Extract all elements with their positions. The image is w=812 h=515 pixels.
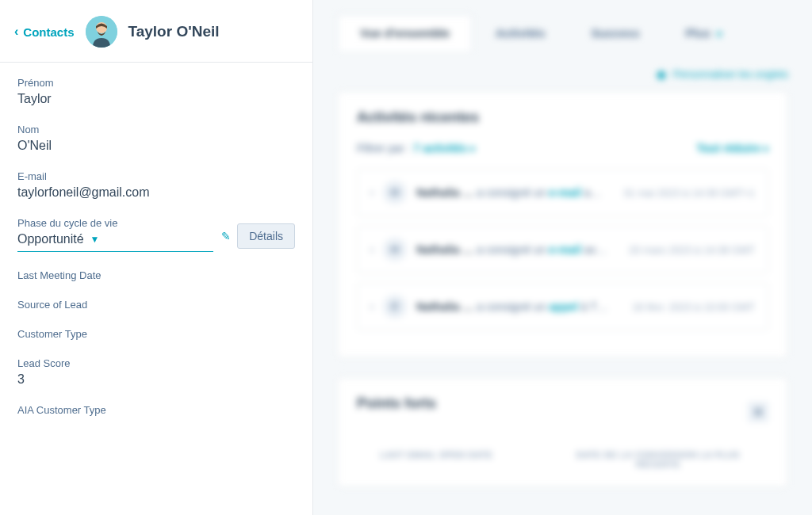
email-icon: ✉ — [383, 181, 407, 204]
field-label: Last Meeting Date — [17, 269, 295, 281]
contact-name: Taylor O'Neil — [128, 23, 220, 40]
back-to-contacts-link[interactable]: ‹ Contacts — [14, 25, 75, 39]
chevron-right-icon: › — [370, 301, 373, 312]
field-lead-score[interactable]: Lead Score 3 — [17, 357, 295, 387]
caret-down-icon: ▾ — [470, 143, 475, 154]
gear-icon[interactable]: ⚙ — [748, 402, 768, 422]
recent-activities-card: Activités récentes Filtrer par : 7 activ… — [337, 91, 788, 358]
field-label: Prénom — [17, 77, 295, 89]
tab-activities[interactable]: Activités — [473, 14, 569, 51]
activity-item[interactable]: › ✉ Nathalia … a consigné un e-mail a… 3… — [357, 169, 768, 216]
field-label: Customer Type — [17, 328, 295, 340]
caret-down-icon: ▾ — [764, 143, 768, 154]
field-value: 3 — [17, 372, 295, 387]
activity-item[interactable]: › ✆ Nathalia … a consigné un appel à T… … — [357, 283, 768, 330]
field-last-meeting-date[interactable]: Last Meeting Date — [17, 269, 295, 281]
chevron-right-icon: › — [370, 244, 373, 255]
caret-down-icon: ▼ — [90, 234, 100, 245]
gear-icon — [657, 71, 665, 79]
avatar[interactable] — [86, 16, 117, 48]
field-value: taylorfoneil@gmail.com — [17, 185, 295, 200]
filter-dropdown[interactable]: 7 activités ▾ — [414, 142, 476, 154]
filter-label: Filtrer par : — [357, 142, 411, 154]
field-value: Taylor — [17, 92, 295, 106]
field-source-of-lead[interactable]: Source of Lead — [17, 299, 295, 311]
field-label: Lead Score — [17, 357, 295, 369]
back-label: Contacts — [23, 25, 74, 39]
chevron-left-icon: ‹ — [14, 25, 18, 38]
field-value: Opportunité — [17, 232, 84, 246]
lifecycle-select[interactable]: Phase du cycle de vie Opportunité ▼ — [17, 217, 213, 252]
field-label: Source of Lead — [17, 299, 295, 311]
avatar-illustration-icon — [86, 16, 117, 48]
tab-more[interactable]: Plus ▾ — [662, 14, 745, 51]
caret-down-icon: ▾ — [717, 29, 722, 40]
details-button[interactable]: Détails — [237, 223, 295, 249]
activity-item[interactable]: › ✉ Nathalia … a consigné un e-mail av… … — [357, 226, 768, 273]
contact-sidebar: ‹ Contacts Taylor O'Neil Prénom Taylor N… — [0, 0, 313, 515]
customize-tabs-link[interactable]: Personnaliser les onglets — [673, 68, 788, 80]
field-first-name[interactable]: Prénom Taylor — [17, 77, 295, 106]
highlight-col-last-email-open: LAST EMAIL OPEN DATE — [380, 450, 492, 469]
field-value: O'Neil — [17, 139, 295, 153]
field-aia-customer-type[interactable]: AIA Customer Type — [17, 404, 295, 416]
card-title: Points forts — [357, 395, 436, 412]
chevron-right-icon: › — [370, 187, 373, 198]
sidebar-header: ‹ Contacts Taylor O'Neil — [0, 0, 312, 63]
field-customer-type[interactable]: Customer Type — [17, 328, 295, 340]
card-title: Activités récentes — [357, 109, 768, 126]
main-content-blurred: Vue d'ensemble Activités Success Plus ▾ … — [313, 0, 812, 515]
collapse-all-link[interactable]: Tout réduire ▾ — [696, 142, 768, 154]
tab-more-label: Plus — [685, 26, 710, 40]
highlight-col-recent-conversion: DATE DE LA CONVERSION LA PLUS RÉCENTE — [571, 450, 745, 469]
field-label: AIA Customer Type — [17, 404, 295, 416]
email-icon: ✉ — [383, 238, 407, 261]
field-label: E-mail — [17, 170, 295, 182]
phone-icon: ✆ — [383, 295, 407, 319]
activity-date: 16 févr. 2023 à 10:00 GMT — [632, 301, 755, 313]
highlights-card: Points forts ⚙ LAST EMAIL OPEN DATE DATE… — [337, 377, 788, 487]
field-email[interactable]: E-mail taylorfoneil@gmail.com — [17, 170, 295, 200]
activity-date: 20 mars 2023 à 14:38 GMT — [629, 244, 755, 256]
tab-overview[interactable]: Vue d'ensemble — [337, 14, 473, 51]
tab-success[interactable]: Success — [569, 14, 663, 51]
sidebar-fields: Prénom Taylor Nom O'Neil E-mail taylorfo… — [0, 63, 312, 448]
field-label: Nom — [17, 124, 295, 135]
field-lifecycle-stage: Phase du cycle de vie Opportunité ▼ ✎ Dé… — [17, 217, 295, 252]
field-last-name[interactable]: Nom O'Neil — [17, 124, 295, 153]
field-label: Phase du cycle de vie — [17, 217, 213, 229]
activity-date: 31 mai 2023 à 14:39 GMT+1 — [623, 187, 755, 199]
tabs: Vue d'ensemble Activités Success Plus ▾ — [313, 14, 812, 51]
pencil-icon[interactable]: ✎ — [221, 230, 231, 242]
